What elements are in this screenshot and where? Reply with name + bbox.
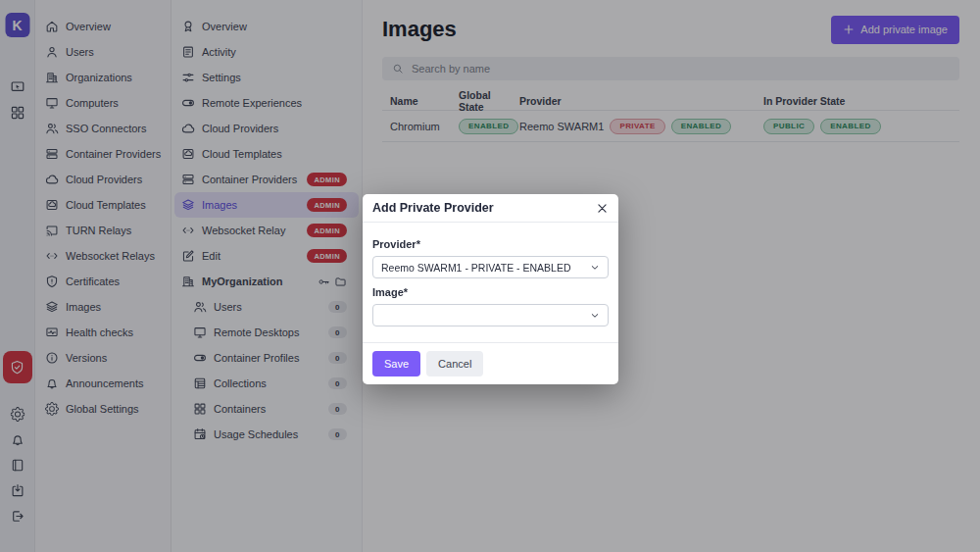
cancel-button[interactable]: Cancel	[426, 351, 483, 376]
modal-title: Add Private Provider	[372, 201, 494, 215]
form-field: Provider* Reemo SWARM1 - PRIVATE - ENABL…	[372, 238, 609, 278]
modal-header: Add Private Provider	[363, 194, 618, 223]
save-button[interactable]: Save	[372, 351, 420, 376]
field-label: Image*	[372, 286, 609, 298]
field-label: Provider*	[372, 238, 609, 250]
close-icon[interactable]	[596, 202, 609, 215]
chevron-down-icon	[590, 311, 600, 321]
modal-footer: Save Cancel	[363, 342, 618, 384]
select-value: Reemo SWARM1 - PRIVATE - ENABLED	[381, 262, 571, 274]
select-provider[interactable]: Reemo SWARM1 - PRIVATE - ENABLED	[372, 256, 609, 278]
form-field: Image*	[372, 286, 609, 326]
chevron-down-icon	[590, 263, 600, 273]
select-image[interactable]	[372, 304, 609, 326]
add-private-provider-modal: Add Private Provider Provider* Reemo SWA…	[363, 194, 618, 384]
modal-body: Provider* Reemo SWARM1 - PRIVATE - ENABL…	[363, 223, 618, 342]
